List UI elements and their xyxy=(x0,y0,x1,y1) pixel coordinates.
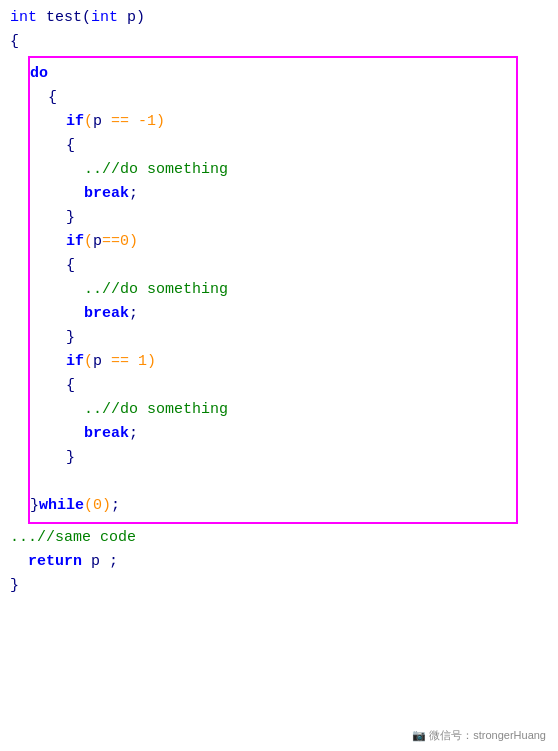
line-if3-open: { xyxy=(30,374,508,398)
line-func-close: } xyxy=(10,574,548,598)
type-int: int xyxy=(10,6,37,30)
line-if2: if ( p == 0 ) xyxy=(30,230,508,254)
line-if2-close: } xyxy=(30,326,508,350)
line-if3-close: } xyxy=(30,446,508,470)
param-type: int xyxy=(91,6,118,30)
line-func-sig: int test( int p) xyxy=(10,6,548,30)
camera-icon: 📷 xyxy=(412,729,429,741)
line-if3-break: break ; xyxy=(30,422,508,446)
line-if1: if ( p == -1 ) xyxy=(30,110,508,134)
line-if2-break: break ; xyxy=(30,302,508,326)
line-while-end: } while ( 0 ) ; xyxy=(30,494,508,518)
line-if1-break: break ; xyxy=(30,182,508,206)
line-do-open: { xyxy=(30,86,508,110)
line-if3: if ( p == 1 ) xyxy=(30,350,508,374)
func-name: test( xyxy=(37,6,91,30)
line-if3-comment: ..//do something xyxy=(30,398,508,422)
footer-text: 微信号：strongerHuang xyxy=(429,729,546,741)
param-name: p) xyxy=(118,6,145,30)
line-return: return p ; xyxy=(10,550,548,574)
line-if1-close: } xyxy=(30,206,508,230)
line-do: do xyxy=(30,62,508,86)
line-open-brace: { xyxy=(10,30,548,54)
do-while-block: do { if ( p == -1 ) { ..//do something b… xyxy=(28,56,518,524)
footer-label: 📷 微信号：strongerHuang xyxy=(412,728,546,743)
line-if1-comment: ..//do something xyxy=(30,158,508,182)
code-container: int test( int p) { do { if ( p == -1 ) xyxy=(0,0,558,751)
line-if2-open: { xyxy=(30,254,508,278)
line-same-code: ...//same code xyxy=(10,526,548,550)
line-if2-comment: ..//do something xyxy=(30,278,508,302)
line-if1-open: { xyxy=(30,134,508,158)
line-blank xyxy=(30,470,508,494)
